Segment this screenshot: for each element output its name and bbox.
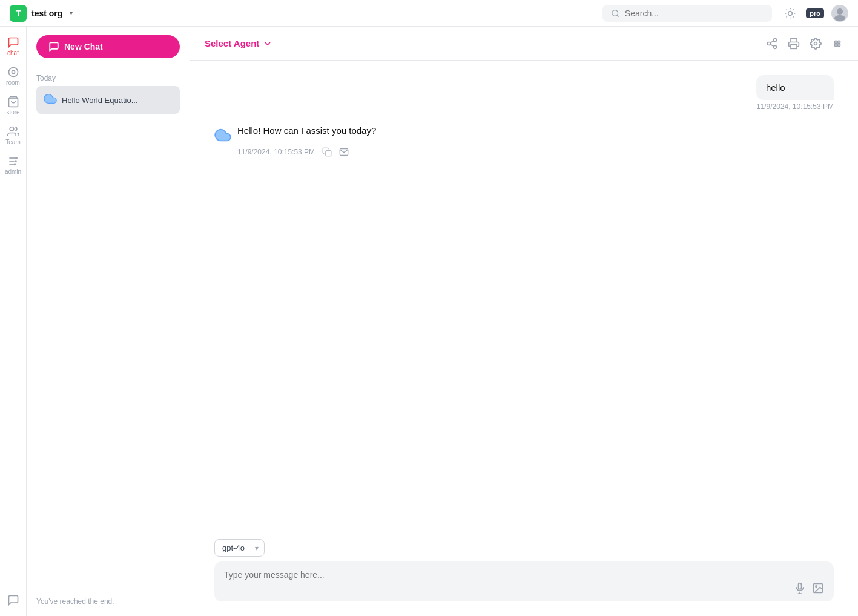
chat-list-section: Today Hello World Equatio... (27, 67, 190, 116)
chat-main: Select Agent (190, 27, 858, 616)
main-layout: chat room store Team (0, 27, 858, 616)
select-agent-chevron-icon (263, 39, 272, 48)
sidebar-item-team[interactable]: Team (0, 121, 27, 150)
svg-point-16 (774, 45, 777, 48)
chat-list-date: Today (36, 74, 180, 82)
chat-list-footer: You've reached the end. (27, 586, 190, 616)
svg-point-21 (834, 41, 837, 43)
svg-point-1 (788, 11, 793, 15)
header-icons: pro (782, 5, 848, 22)
theme-toggle-button[interactable] (782, 5, 799, 22)
new-chat-icon (48, 41, 59, 52)
user-message-bubble: hello (756, 75, 834, 100)
svg-point-0 (612, 10, 618, 16)
user-avatar[interactable] (831, 5, 848, 22)
svg-point-24 (837, 44, 840, 46)
team-icon (7, 125, 19, 137)
org-avatar: T (10, 5, 27, 22)
sidebar-icons: chat room store Team (0, 27, 27, 616)
search-input[interactable] (625, 8, 764, 18)
copy-message-button[interactable] (322, 147, 332, 157)
user-message-text: hello (766, 82, 785, 93)
feedback-icon (7, 594, 19, 606)
sidebar-item-feedback[interactable] (0, 589, 27, 611)
svg-rect-25 (326, 151, 331, 156)
sidebar-item-chat[interactable]: chat (0, 31, 27, 61)
print-button[interactable] (788, 38, 800, 50)
search-icon (611, 8, 620, 18)
search-bar[interactable] (602, 5, 772, 22)
sidebar-item-store[interactable]: store (0, 91, 27, 121)
messages-area: hello 11/9/2024, 10:15:53 PM Hello! How … (190, 61, 858, 529)
model-select-wrapper[interactable]: gpt-4o (214, 539, 265, 557)
svg-point-14 (774, 38, 777, 41)
svg-point-12 (15, 160, 16, 162)
chat-item-text: Hello World Equatio... (62, 96, 138, 105)
model-select[interactable]: gpt-4o (214, 539, 265, 557)
message-input[interactable] (224, 569, 787, 594)
sidebar-item-admin-label: admin (5, 168, 21, 175)
svg-point-11 (15, 157, 17, 159)
sidebar-item-team-label: Team (5, 139, 20, 145)
chat-list-item[interactable]: Hello World Equatio... (36, 86, 180, 114)
email-message-button[interactable] (339, 147, 349, 157)
chat-list-header: New Chat (27, 27, 190, 67)
svg-rect-19 (791, 44, 797, 48)
svg-line-17 (770, 44, 774, 46)
input-actions (794, 582, 824, 594)
svg-point-2 (837, 8, 843, 15)
select-agent-button[interactable]: Select Agent (205, 38, 272, 48)
store-icon (7, 96, 19, 108)
chat-list-footer-text: You've reached the end. (36, 597, 114, 606)
org-badge[interactable]: T test org ▾ (10, 5, 73, 22)
bot-avatar-icon (214, 127, 231, 144)
input-area: gpt-4o (190, 529, 858, 616)
svg-point-5 (12, 71, 15, 74)
room-icon (7, 66, 19, 78)
svg-point-4 (8, 68, 18, 77)
svg-point-13 (13, 163, 15, 165)
svg-line-18 (770, 41, 774, 42)
user-message-time: 11/9/2024, 10:15:53 PM (756, 102, 834, 111)
sidebar-item-chat-label: chat (7, 50, 19, 56)
user-message: hello 11/9/2024, 10:15:53 PM (214, 75, 834, 111)
svg-point-7 (10, 127, 14, 131)
new-chat-button[interactable]: New Chat (36, 35, 180, 58)
chat-icon (7, 36, 19, 48)
top-header: T test org ▾ pro (0, 0, 858, 27)
svg-point-15 (768, 42, 771, 45)
svg-point-22 (837, 41, 840, 43)
svg-point-23 (834, 44, 837, 46)
sidebar-item-store-label: store (6, 109, 19, 116)
mic-button[interactable] (794, 582, 806, 594)
bot-message: Hello! How can I assist you today? 11/9/… (214, 125, 834, 157)
sidebar-item-admin[interactable]: admin (0, 150, 27, 180)
chat-item-cloud-icon (44, 92, 57, 108)
apps-button[interactable] (831, 38, 843, 50)
share-button[interactable] (766, 38, 778, 50)
chat-toolbar: Select Agent (190, 27, 858, 61)
svg-rect-26 (799, 583, 802, 589)
bot-message-text: Hello! How can I assist you today? (237, 125, 376, 136)
sidebar-item-room-label: room (6, 79, 20, 86)
svg-point-3 (834, 15, 845, 21)
svg-point-20 (814, 42, 817, 45)
new-chat-label: New Chat (64, 42, 103, 51)
settings-button[interactable] (810, 38, 822, 50)
image-button[interactable] (812, 582, 824, 594)
org-name: test org (31, 8, 62, 18)
admin-icon (7, 155, 19, 167)
select-agent-label: Select Agent (205, 38, 259, 48)
toolbar-actions (766, 38, 843, 50)
bot-message-time: 11/9/2024, 10:15:53 PM (237, 148, 315, 156)
sidebar-item-room[interactable]: room (0, 61, 27, 91)
bot-message-meta: 11/9/2024, 10:15:53 PM (237, 147, 834, 157)
pro-badge: pro (806, 8, 824, 18)
model-select-row: gpt-4o (214, 539, 834, 557)
chat-list-panel: New Chat Today Hello World Equatio... Yo… (27, 27, 190, 616)
bot-message-row: Hello! How can I assist you today? (214, 125, 834, 144)
svg-point-30 (816, 586, 817, 588)
chevron-down-icon: ▾ (70, 10, 73, 16)
message-input-box (214, 561, 834, 601)
